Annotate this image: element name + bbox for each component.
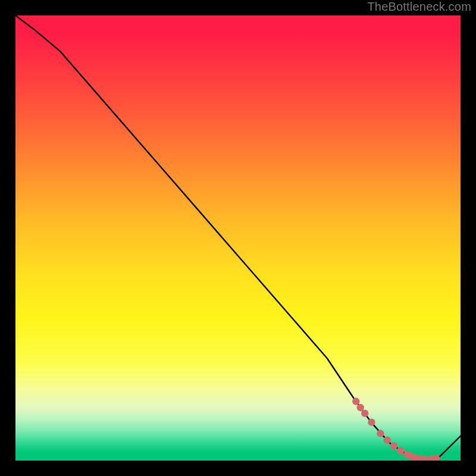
marker-dot — [352, 397, 359, 405]
chart-svg — [15, 15, 461, 461]
marker-dot — [390, 442, 397, 449]
marker-dot — [433, 455, 440, 461]
plot-area — [15, 15, 461, 461]
chart-frame: TheBottleneck.com — [0, 0, 476, 476]
data-curve — [15, 15, 461, 459]
watermark-text: TheBottleneck.com — [367, 0, 471, 14]
marker-dots — [352, 397, 440, 461]
marker-dot — [361, 410, 368, 417]
marker-dot — [368, 418, 375, 425]
marker-dot — [377, 430, 384, 437]
marker-dot — [357, 404, 364, 411]
marker-dot — [397, 447, 404, 454]
curve-line — [15, 15, 461, 459]
marker-dot — [383, 436, 390, 443]
